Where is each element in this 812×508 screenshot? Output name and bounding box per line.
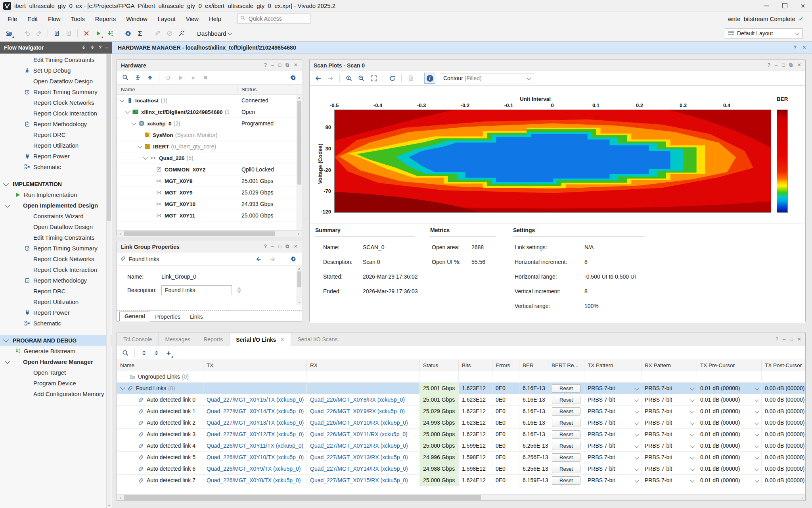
- quick-access-box[interactable]: [237, 13, 310, 24]
- tab-reports[interactable]: Reports: [197, 333, 230, 346]
- tx-pattern-select[interactable]: PRBS 7-bit: [584, 417, 642, 428]
- tx-link[interactable]: Quad_226/MGT_X0Y8/TX (xcku5p_0): [207, 477, 301, 483]
- refresh-icon[interactable]: [387, 73, 397, 83]
- maximize-panel-icon[interactable]: □: [278, 63, 282, 68]
- table-row-link[interactable]: Auto detected link 1Quad_227/MGT_X0Y14/T…: [117, 406, 805, 417]
- rx-pattern-select[interactable]: PRBS 7-bit: [642, 417, 697, 428]
- settings-gear-icon[interactable]: [288, 73, 299, 83]
- expand-all-icon[interactable]: [90, 45, 95, 51]
- flownav-item-schematic[interactable]: Schematic: [0, 162, 112, 172]
- close-icon[interactable]: ✕: [797, 63, 801, 68]
- maximize-panel-icon[interactable]: □: [278, 244, 282, 249]
- maximize-panel-icon[interactable]: □: [782, 63, 785, 68]
- reset-button[interactable]: Reset: [552, 453, 580, 462]
- tx-link[interactable]: Quad_227/MGT_X0Y14/TX (xcku5p_0): [207, 408, 304, 414]
- tx-pre-cursor-select[interactable]: 0.01 dB (00000): [697, 406, 762, 417]
- flownav-item-report-power[interactable]: Report Power: [0, 307, 112, 318]
- minimize-panel-icon[interactable]: ‒: [271, 244, 274, 249]
- float-panel-icon[interactable]: ⧉: [286, 63, 289, 68]
- chevron-down-icon[interactable]: [125, 109, 130, 114]
- collapse-all-icon[interactable]: [139, 348, 149, 358]
- minimize-panel-icon[interactable]: ‒: [775, 63, 778, 68]
- abort-icon[interactable]: ✕: [81, 28, 92, 38]
- tx-pattern-select[interactable]: PRBS 7-bit: [584, 452, 642, 463]
- table-row-link[interactable]: Auto detected link 7Quad_226/MGT_X0Y8/TX…: [117, 475, 805, 486]
- help-icon[interactable]: ?: [767, 63, 770, 68]
- menu-help[interactable]: Help: [204, 12, 226, 25]
- column-header-status[interactable]: Status: [237, 87, 297, 92]
- forward-icon[interactable]: [267, 254, 278, 264]
- hardware-tree-row[interactable]: MGT_X0Y825.001 Gbps: [117, 175, 302, 187]
- rx-link[interactable]: Quad_226/MGT_X0Y11/RX (xcku5p_0): [310, 431, 408, 437]
- settings-gear-icon[interactable]: [288, 254, 299, 264]
- column-header-tx-pattern[interactable]: TX Pattern: [584, 360, 642, 371]
- chevron-down-icon[interactable]: [143, 155, 148, 160]
- column-header-name[interactable]: Name: [117, 87, 237, 92]
- run-icon[interactable]: [176, 73, 186, 83]
- column-header-name[interactable]: Name: [117, 360, 203, 371]
- flownav-item-report-timing-summary[interactable]: Report Timing Summary: [0, 87, 112, 97]
- flownav-item-report-utilization[interactable]: Report Utilization: [0, 296, 112, 307]
- hardware-tree-row[interactable]: MGT_X0Y925.029 Gbps: [117, 187, 302, 198]
- quick-access-input[interactable]: [248, 15, 297, 22]
- tx-link[interactable]: Quad_226/MGT_X0Y11/TX (xcku5p_0): [207, 443, 303, 449]
- export-plot-icon[interactable]: [406, 73, 416, 83]
- reset-button[interactable]: Reset: [552, 442, 580, 450]
- rx-pattern-select[interactable]: PRBS 7-bit: [642, 475, 697, 486]
- help-icon[interactable]: ?: [793, 44, 797, 50]
- minimize-panel-icon[interactable]: ‒: [271, 63, 274, 68]
- flownav-item-report-clock-networks[interactable]: Report Clock Networks: [0, 97, 112, 108]
- flownav-item-report-methodology[interactable]: Report Methodology: [0, 275, 112, 286]
- tx-pre-cursor-select[interactable]: 0.01 dB (00000): [697, 475, 762, 486]
- zoom-fit-icon[interactable]: [368, 73, 379, 83]
- layout-selector[interactable]: Default Layout: [725, 28, 802, 39]
- tab-serial-i-o-scans[interactable]: Serial I/O Scans: [291, 333, 344, 346]
- hardware-hscrollbar[interactable]: ‹›: [117, 230, 302, 237]
- column-header-ber[interactable]: BER: [519, 360, 548, 371]
- tx-link[interactable]: Quad_227/MGT_X0Y15/TX (xcku5p_0): [207, 396, 304, 403]
- flownav-item-constraints-wizard[interactable]: Constraints Wizard: [0, 211, 112, 221]
- tx-pattern-select[interactable]: PRBS 7-bit: [584, 463, 642, 474]
- flownav-item-report-utilization[interactable]: Report Utilization: [0, 140, 112, 151]
- tx-post-cursor-select[interactable]: 0.00 dB (00000): [762, 429, 805, 440]
- lgp-tab-general[interactable]: General: [119, 312, 150, 321]
- tx-link[interactable]: Quad_227/MGT_X0Y13/TX (xcku5p_0): [207, 419, 304, 426]
- table-row-ungrouped-links[interactable]: Ungrouped Links(0): [117, 371, 805, 383]
- tx-link[interactable]: Quad_227/MGT_X0Y12/TX (xcku5p_0): [207, 431, 304, 437]
- flownav-item-report-drc[interactable]: Report DRC: [0, 129, 112, 140]
- rx-pattern-select[interactable]: PRBS 7-bit: [642, 463, 697, 474]
- disconnect-icon[interactable]: [176, 28, 187, 38]
- eye-diagram-plot[interactable]: [334, 110, 771, 213]
- paste-icon[interactable]: [63, 28, 74, 38]
- minimize-panel-icon[interactable]: ‒: [105, 45, 108, 50]
- flownav-item-open-dataflow-design[interactable]: Open Dataflow Design: [0, 221, 112, 232]
- tx-post-cursor-select[interactable]: 0.00 dB (00000): [762, 383, 805, 394]
- description-input[interactable]: [164, 287, 237, 294]
- menu-edit[interactable]: Edit: [22, 12, 43, 25]
- search-icon[interactable]: [120, 348, 130, 358]
- reset-button[interactable]: Reset: [552, 396, 580, 404]
- tx-pattern-select[interactable]: PRBS 7-bit: [584, 440, 642, 451]
- flownav-item-report-clock-networks[interactable]: Report Clock Networks: [0, 254, 112, 264]
- rx-pattern-select[interactable]: PRBS 7-bit: [642, 394, 697, 405]
- column-header-errors[interactable]: Errors: [492, 360, 519, 371]
- tx-post-cursor-select[interactable]: 0.00 dB (00000): [762, 406, 805, 417]
- tx-post-cursor-select[interactable]: 0.00 dB (00000): [762, 440, 805, 451]
- column-header-bits[interactable]: Bits: [459, 360, 492, 371]
- tx-pattern-select[interactable]: PRBS 7-bit: [584, 475, 642, 486]
- table-row-link[interactable]: Auto detected link 6Quad_226/MGT_X0Y9/TX…: [117, 463, 805, 475]
- tx-link[interactable]: Quad_226/MGT_X0Y10/TX (xcku5p_0): [207, 454, 304, 460]
- column-header-bert-re[interactable]: BERT Re...: [548, 360, 584, 371]
- rx-link[interactable]: Quad_226/MGT_X0Y8/RX (xcku5p_0): [310, 396, 405, 403]
- hardware-tree-row[interactable]: MGT_X0Y1024.993 Gbps: [117, 198, 302, 210]
- reset-button[interactable]: Reset: [552, 419, 580, 427]
- column-header-rx-pattern[interactable]: RX Pattern: [642, 360, 697, 371]
- search-icon[interactable]: [120, 73, 130, 83]
- copy-icon[interactable]: [52, 28, 62, 38]
- flownav-item-report-methodology[interactable]: Report Methodology: [0, 119, 112, 129]
- help-icon[interactable]: ?: [264, 63, 267, 68]
- flownav-item-open-hardware-manager[interactable]: Open Hardware Manager: [0, 356, 112, 367]
- hardware-tree-row[interactable]: MGT_X0Y1125.000 Gbps: [117, 210, 302, 221]
- tab-tcl-console[interactable]: Tcl Console: [117, 333, 159, 346]
- hardware-tree-row[interactable]: COMMON_X0Y2Qpll0 Locked: [117, 164, 302, 175]
